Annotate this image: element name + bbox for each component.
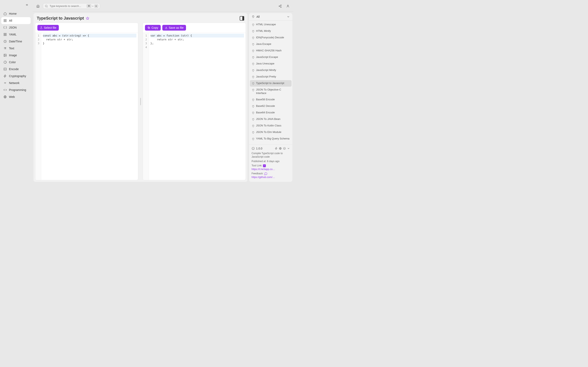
upload-icon	[40, 26, 43, 29]
download-icon	[165, 26, 168, 29]
copy-button[interactable]: Copy	[145, 25, 161, 31]
copy-label: Copy	[151, 26, 158, 29]
tool-item[interactable]: TypeScript to Javascript	[250, 80, 292, 87]
tool-item[interactable]: Java Escape	[250, 41, 292, 48]
input-toolbar: Select file	[35, 23, 138, 33]
chevron-down-icon[interactable]	[287, 147, 290, 150]
tool-item[interactable]: Java Unescape	[250, 60, 292, 67]
sidebar-item-label: Image	[9, 54, 17, 57]
search-input[interactable]	[50, 4, 85, 8]
tool-item[interactable]: HMAC-SHA256 Hash	[250, 48, 292, 54]
all-icon	[3, 19, 7, 22]
tool-item[interactable]: JavaScript Pretty	[250, 74, 292, 80]
tool-item[interactable]: JSON To Objective-C Interface	[250, 87, 292, 96]
bolt-icon[interactable]	[275, 147, 278, 150]
check-circle-icon[interactable]	[283, 147, 286, 150]
sidebar-item-label: Date/Time	[9, 40, 22, 43]
tool-list[interactable]: HTML UnescapeHTML MinifyIDN(Punycode) De…	[249, 21, 292, 145]
output-toolbar: Copy Save as file	[143, 23, 246, 33]
json-icon	[3, 26, 7, 29]
sidebar-item-label: YAML	[9, 33, 17, 36]
svg-rect-7	[5, 35, 6, 36]
info-published: Published at: 6 days ago	[251, 160, 290, 163]
tool-item[interactable]: JSON To JAVA Bean	[250, 116, 292, 123]
editor-panel: TypeScript to Javascript Select file	[34, 13, 247, 182]
chevron-double-left-icon	[25, 3, 29, 7]
save-as-file-button[interactable]: Save as file	[162, 25, 186, 31]
plug-icon	[251, 15, 255, 18]
tool-item-label: HTML Minify	[256, 29, 271, 33]
tool-item[interactable]: JSON To Elm Module	[250, 129, 292, 136]
home-button[interactable]	[35, 3, 41, 9]
sidebar-item-yaml[interactable]: YAML	[1, 31, 31, 38]
sidebar-item-home[interactable]: Home	[1, 10, 31, 17]
tool-item-label: JavaScript Pretty	[256, 75, 276, 78]
kbd-mod: ⌘	[86, 4, 91, 8]
tool-item-label: IDN(Punycode) Decode	[256, 36, 284, 39]
tool-item-label: Java Escape	[256, 42, 271, 46]
tool-item[interactable]: HTML Minify	[250, 28, 292, 34]
sidebar-item-image[interactable]: Image	[1, 52, 31, 59]
svg-point-17	[281, 7, 281, 7]
search-shortcut: ⌘ + K	[86, 4, 98, 8]
save-as-file-label: Save as file	[169, 26, 183, 29]
sidebar-item-label: JSON	[9, 26, 17, 29]
cryptography-icon	[3, 74, 7, 78]
version-label: 1.0.0	[256, 147, 262, 150]
select-file-label: Select file	[44, 26, 56, 29]
feedback-link[interactable]: https://github.com/…	[251, 176, 275, 179]
share-button[interactable]	[277, 3, 283, 9]
sidebar-item-web[interactable]: Web	[1, 93, 31, 100]
input-code-editor[interactable]: 123 const abc = (str:string) => { return…	[35, 33, 138, 180]
svg-rect-5	[5, 33, 6, 34]
user-icon	[286, 4, 290, 8]
svg-point-16	[279, 6, 280, 7]
page-title: TypeScript to Javascript	[37, 16, 84, 21]
shield-badge-icon: ✓	[263, 164, 266, 167]
sidebar-item-encode[interactable]: Encode	[1, 66, 31, 73]
svg-rect-3	[5, 21, 6, 22]
sidebar-item-all[interactable]: All	[1, 17, 31, 24]
search-box[interactable]: ⌘ + K	[43, 3, 100, 9]
tool-item[interactable]: IDN(Punycode) Decode	[250, 34, 292, 41]
tool-item[interactable]: YAML To Big Query Schema	[250, 136, 292, 142]
pane-resizer[interactable]	[140, 23, 141, 180]
web-icon	[3, 95, 7, 99]
sidebar-item-text[interactable]: Text	[1, 45, 31, 52]
yaml-icon	[3, 33, 7, 36]
kbd-key: K	[94, 4, 98, 8]
tool-item[interactable]: JavaScript Escape	[250, 54, 292, 60]
tool-item-label: HTML Unescape	[256, 23, 276, 26]
sidebar-item-color[interactable]: Color	[1, 59, 31, 66]
info-box: 1.0.0 Compile TypeScript code to JavaScr…	[249, 145, 292, 182]
filter-dropdown[interactable]: All	[249, 13, 292, 21]
datetime-icon	[3, 40, 7, 43]
sidebar-item-cryptography[interactable]: Cryptography	[1, 73, 31, 80]
topbar: ⌘ + K	[33, 1, 293, 11]
select-file-button[interactable]: Select file	[37, 25, 59, 31]
tool-item[interactable]: JSON To Kotlin Class	[250, 123, 292, 129]
favorite-button[interactable]	[86, 17, 89, 20]
sidebar-item-datetime[interactable]: Date/Time	[1, 38, 31, 45]
tool-item[interactable]: Base64 Encode	[250, 109, 292, 116]
input-pane: Select file 123 const abc = (str:string)…	[35, 23, 138, 180]
tool-item-label: JavaScript Minify	[256, 68, 276, 72]
user-button[interactable]	[285, 3, 291, 9]
tool-link[interactable]: https://t.he3app.co…	[251, 168, 275, 171]
collapse-sidebar-button[interactable]	[25, 2, 29, 7]
tool-item[interactable]: HTML Unescape	[250, 21, 292, 28]
image-icon	[3, 53, 7, 57]
sidebar-item-programming[interactable]: Programming	[1, 86, 31, 93]
tool-item[interactable]: Base58 Encode	[250, 96, 292, 103]
sidebar-item-network[interactable]: Network	[1, 80, 31, 86]
sidebar-item-json[interactable]: JSON	[1, 24, 31, 31]
svg-rect-4	[4, 33, 5, 34]
tool-item[interactable]: JavaScript Minify	[250, 67, 292, 74]
globe-icon[interactable]	[279, 147, 282, 150]
output-code-viewer[interactable]: 1234 var abc = function (str) { return s…	[143, 33, 246, 180]
copy-icon	[147, 26, 150, 29]
tool-item-label: JSON To Kotlin Class	[256, 124, 281, 127]
sidebar-item-label: Programming	[9, 88, 26, 92]
tool-item[interactable]: Base62 Decode	[250, 103, 292, 109]
layout-toggle-button[interactable]	[240, 16, 244, 21]
